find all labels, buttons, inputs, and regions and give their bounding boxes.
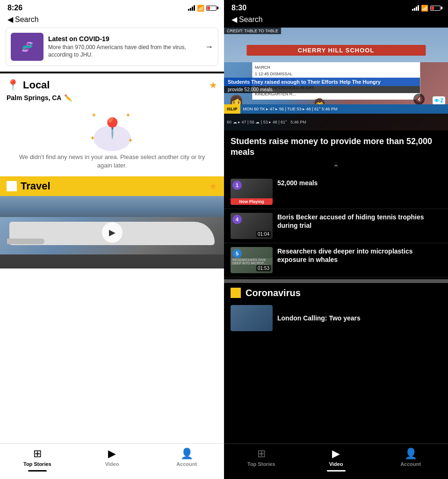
ticker-bar: ISLIP MON 60 TK ▸ 47 ▸ 56 | TUE 53 ▸ 48 … bbox=[224, 104, 448, 114]
left-nav-top-stories[interactable]: ⊞ Top Stories bbox=[0, 448, 75, 472]
right-back-nav[interactable]: ◀ Search bbox=[224, 14, 448, 28]
covid-arrow-icon: → bbox=[205, 42, 213, 52]
local-empty-message: We didn't find any news in your area. Pl… bbox=[9, 153, 215, 170]
video-item-1[interactable]: 1 Now Playing 52,000 meals bbox=[224, 175, 448, 209]
left-nav-video[interactable]: ▶ Video bbox=[75, 448, 150, 472]
right-signal-icon bbox=[412, 5, 419, 11]
right-nav-active-indicator bbox=[327, 470, 346, 472]
video-badge-1: 1 bbox=[232, 181, 242, 190]
credit-label: CREDIT: TABLE TO TABLE bbox=[224, 28, 281, 34]
covid-thumbnail: 🧬 bbox=[11, 33, 43, 61]
weather-text: 60 ☁ ▸ 47 | 56 ☁ | 53 ▸ 48 | 61° 5:46 PM bbox=[227, 120, 306, 124]
location-row: Palm Springs, CA ✏️ bbox=[0, 93, 224, 104]
right-nav-account-label: Account bbox=[400, 461, 421, 467]
coronavirus-section-header: Coronavirus bbox=[224, 281, 448, 301]
local-star-icon[interactable]: ★ bbox=[209, 80, 217, 91]
channel-number: 2 bbox=[440, 97, 443, 104]
video-icon: ▶ bbox=[108, 448, 116, 460]
battery-icon bbox=[206, 6, 217, 11]
video-info-3: Researchers dive deeper into microplasti… bbox=[277, 247, 441, 264]
right-nav-video[interactable]: ▶ Video bbox=[299, 448, 374, 472]
right-time: 8:30 bbox=[231, 4, 246, 12]
covid-text-block: Latest on COVID-19 More than 970,000 Ame… bbox=[48, 35, 200, 58]
video-duration-3: 01:53 bbox=[256, 265, 271, 271]
travel-title: Travel bbox=[21, 180, 51, 192]
edit-location-icon[interactable]: ✏️ bbox=[64, 94, 72, 102]
covid-banner[interactable]: 🧬 Latest on COVID-19 More than 970,000 A… bbox=[6, 28, 218, 66]
coronavirus-square-icon bbox=[231, 288, 241, 298]
local-title-row: 📍 Local bbox=[7, 79, 50, 91]
video-title-3: Researchers dive deeper into microplasti… bbox=[277, 247, 441, 264]
coronavirus-story[interactable]: London Calling: Two years bbox=[224, 301, 448, 335]
video-thumb-1: 1 Now Playing bbox=[231, 179, 273, 205]
left-nav-account[interactable]: 👤 Account bbox=[149, 448, 224, 472]
right-nav-account[interactable]: 👤 Account bbox=[373, 448, 448, 472]
overlay-subtitle-bar: provide 52,000 meals. bbox=[224, 86, 420, 93]
right-status-icons: 📶 bbox=[412, 5, 441, 12]
left-nav-top-stories-label: Top Stories bbox=[23, 461, 51, 467]
video-badge-2: 4 bbox=[232, 215, 242, 224]
covid-title: Latest on COVID-19 bbox=[48, 35, 200, 43]
ticker-text: MON 60 TK ▸ 47 ▸ 56 | TUE 53 ▸ 48 | 61° … bbox=[240, 107, 340, 111]
left-status-icons: 📶 bbox=[188, 5, 217, 12]
wifi-icon: 📶 bbox=[197, 5, 204, 12]
video-badge-3: 5 bbox=[232, 249, 242, 258]
video-title-2: Boris Becker accused of hiding tennis tr… bbox=[277, 213, 441, 230]
nav-active-indicator bbox=[28, 470, 47, 472]
left-panel: 8:26 📶 ◀ Search 🧬 Latest on COVID-19 Mor… bbox=[0, 0, 224, 479]
left-back-label: Search bbox=[15, 15, 39, 24]
local-title: Local bbox=[23, 79, 50, 91]
travel-title-row: Travel bbox=[7, 180, 51, 192]
video-title-1: 52,000 meals bbox=[277, 179, 441, 187]
left-status-bar: 8:26 📶 bbox=[0, 0, 224, 14]
channel-eye: 👁 bbox=[434, 98, 439, 103]
right-nav-top-stories[interactable]: ⊞ Top Stories bbox=[224, 448, 299, 472]
sparkle-3: ✦ bbox=[90, 134, 95, 142]
left-back-arrow: ◀ bbox=[7, 15, 13, 24]
video-info-2: Boris Becker accused of hiding tennis tr… bbox=[277, 213, 441, 230]
right-video-icon: ▶ bbox=[332, 448, 340, 460]
sparkle-1: ✦ bbox=[91, 111, 97, 119]
right-nav-top-stories-label: Top Stories bbox=[247, 461, 275, 467]
video-thumb-3: 5 01:53 RESEARCHERS DIVE DEEP INTO MICRO… bbox=[231, 247, 273, 273]
video-item-2[interactable]: 4 01:04 Boris Becker accused of hiding t… bbox=[224, 209, 448, 243]
right-wifi-icon: 📶 bbox=[421, 5, 428, 12]
weather-bar: 60 ☁ ▸ 47 | 56 ☁ | 53 ▸ 48 | 61° 5:46 PM bbox=[224, 114, 448, 131]
signal-icon bbox=[188, 5, 195, 11]
local-empty-state: 📍 ✦ ✦ ✦ ✦ We didn't find any news in you… bbox=[0, 104, 224, 174]
story-headline: Students raise money to provide more tha… bbox=[224, 131, 448, 161]
left-nav-account-label: Account bbox=[176, 461, 197, 467]
local-divider bbox=[0, 72, 224, 73]
sparkle-4: ✦ bbox=[128, 137, 133, 144]
local-section-header: 📍 Local ★ bbox=[0, 75, 224, 93]
left-bottom-nav: ⊞ Top Stories ▶ Video 👤 Account bbox=[0, 443, 224, 479]
coronavirus-title: Coronavirus bbox=[246, 288, 301, 298]
travel-play-button[interactable]: ▶ bbox=[102, 222, 123, 243]
now-playing-label: Now Playing bbox=[231, 198, 273, 205]
video-hero[interactable]: CHERRY HILL SCHOOL MARCH 1 12:45 DISMISS… bbox=[224, 28, 448, 131]
channel-badge: 👁 2 bbox=[433, 96, 445, 105]
sparkle-2: ✦ bbox=[125, 111, 131, 119]
video-item-3[interactable]: 5 01:53 RESEARCHERS DIVE DEEP INTO MICRO… bbox=[224, 243, 448, 277]
collapse-chevron[interactable]: ⌃ bbox=[224, 161, 448, 175]
mute-button[interactable]: 🔇 bbox=[413, 94, 425, 105]
left-time: 8:26 bbox=[7, 4, 22, 12]
right-nav-video-label: Video bbox=[329, 461, 343, 467]
overlay-title-bar: Students They raised enough to Their Eff… bbox=[224, 78, 420, 86]
travel-section: Travel ★ ▶ bbox=[0, 176, 224, 269]
travel-video-image[interactable]: ▶ bbox=[0, 196, 224, 269]
school-name: CHERRY HILL SCHOOL bbox=[250, 47, 422, 54]
covid-image: 🧬 bbox=[22, 41, 33, 52]
video-list: 1 Now Playing 52,000 meals 4 01:04 Boris… bbox=[224, 175, 448, 279]
right-back-arrow: ◀ bbox=[231, 15, 237, 24]
right-bottom-nav: ⊞ Top Stories ▶ Video 👤 Account bbox=[224, 443, 448, 479]
left-back-nav[interactable]: ◀ Search bbox=[0, 14, 224, 28]
right-panel: 8:30 📶 ◀ Search CHERRY HILL SC bbox=[224, 0, 448, 479]
right-back-label: Search bbox=[239, 15, 263, 24]
ticker-location-label: ISLIP bbox=[224, 104, 240, 114]
travel-star-icon[interactable]: ★ bbox=[209, 181, 217, 192]
location-text: Palm Springs, CA bbox=[7, 94, 61, 102]
location-pin-graphic: 📍 bbox=[100, 116, 124, 139]
coronavirus-story-title: London Calling: Two years bbox=[277, 314, 361, 322]
right-account-icon: 👤 bbox=[405, 448, 417, 460]
